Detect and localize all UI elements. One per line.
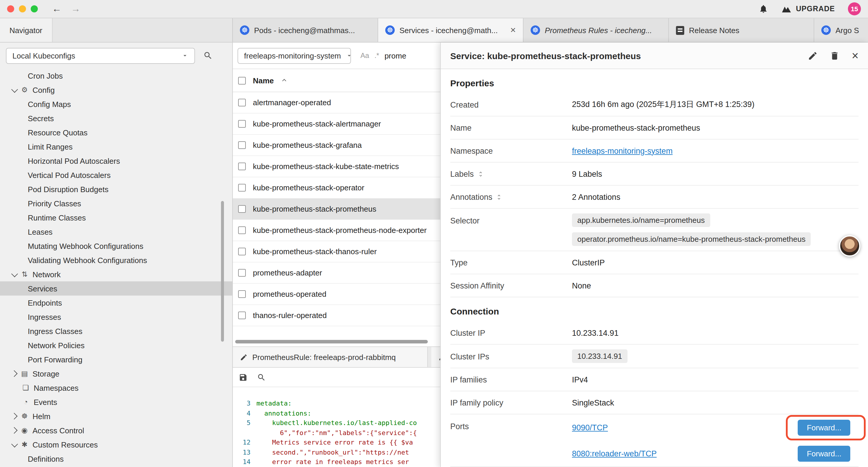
sidebar-item-helm[interactable]: ☸Helm <box>0 409 232 423</box>
list-search-field[interactable]: Aa .* prome <box>361 51 406 60</box>
sidebar-item-port-forwarding[interactable]: Port Forwarding <box>0 352 232 367</box>
service-row-prometheus-operated[interactable]: prometheus-operated <box>233 284 440 305</box>
sidebar-item-access-control[interactable]: ◉Access Control <box>0 423 232 437</box>
delete-icon[interactable] <box>830 51 840 61</box>
navigator-tab[interactable]: Navigator <box>0 18 52 42</box>
sidebar-item-config[interactable]: ⚙Config <box>0 83 232 97</box>
close-window-icon[interactable] <box>7 5 14 12</box>
sidebar-item-secrets[interactable]: Secrets <box>0 111 232 125</box>
sort-ascending-icon[interactable] <box>281 77 288 84</box>
sidebar-item-ingress-classes[interactable]: Ingress Classes <box>0 324 232 338</box>
drawer-body: PropertiesCreated253d 16h 6m ago (2025年1… <box>441 69 868 467</box>
select-all-checkbox[interactable] <box>238 77 246 84</box>
row-checkbox[interactable] <box>238 120 246 128</box>
sidebar-item-mutating-webhook-configurations[interactable]: Mutating Webhook Configurations <box>0 239 232 253</box>
service-row-kube-prometheus-stack-kube-state-metrics[interactable]: kube-prometheus-stack-kube-state-metrics <box>233 156 440 177</box>
property-row-name: Namekube-prometheus-stack-prometheus <box>450 116 859 140</box>
service-row-kube-prometheus-stack-grafana[interactable]: kube-prometheus-stack-grafana <box>233 135 440 156</box>
sidebar-item-events[interactable]: ◔Events <box>0 395 232 409</box>
row-checkbox[interactable] <box>238 99 246 107</box>
service-row-kube-prometheus-stack-alertmanager[interactable]: kube-prometheus-stack-alertmanager <box>233 114 440 135</box>
kubeconfig-select[interactable]: Local Kubeconfigs <box>6 48 195 63</box>
sidebar-item-label: Limit Ranges <box>28 142 73 151</box>
row-checkbox[interactable] <box>238 290 246 298</box>
notification-count-badge[interactable]: 15 <box>848 2 861 16</box>
row-checkbox[interactable] <box>238 312 246 319</box>
upgrade-button[interactable]: UPGRADE <box>781 5 835 13</box>
sidebar-item-priority-classes[interactable]: Priority Classes <box>0 196 232 210</box>
service-row-thanos-ruler-operated[interactable]: thanos-ruler-operated <box>233 305 440 326</box>
name-column-header[interactable]: Name <box>253 76 274 85</box>
service-row-alertmanager-operated[interactable]: alertmanager-operated <box>233 92 440 114</box>
sidebar-item-limit-ranges[interactable]: Limit Ranges <box>0 140 232 154</box>
regex-toggle[interactable]: .* <box>374 52 379 60</box>
row-checkbox[interactable] <box>238 205 246 213</box>
service-row-prometheus-adapter[interactable]: prometheus-adapter <box>233 262 440 284</box>
row-checkbox[interactable] <box>238 248 246 255</box>
sidebar-item-network[interactable]: ⇅Network <box>0 267 232 282</box>
tab-release-notes[interactable]: Release Notes <box>669 18 814 42</box>
sidebar-item-leases[interactable]: Leases <box>0 225 232 239</box>
maximize-window-icon[interactable] <box>31 5 38 12</box>
sidebar-item-validating-webhook-configurations[interactable]: Validating Webhook Configurations <box>0 253 232 267</box>
sidebar-item-namespaces[interactable]: ❏Namespaces <box>0 381 232 395</box>
forward-icon[interactable]: → <box>71 4 80 13</box>
sort-toggle-icon[interactable] <box>496 194 502 200</box>
sidebar-item-runtime-classes[interactable]: Runtime Classes <box>0 210 232 225</box>
row-checkbox[interactable] <box>238 226 246 234</box>
sidebar-scrollbar[interactable] <box>221 201 224 342</box>
sidebar-item-ingresses[interactable]: Ingresses <box>0 310 232 324</box>
sidebar-item-services[interactable]: Services <box>0 282 232 296</box>
sidebar-item-config-maps[interactable]: Config Maps <box>0 97 232 111</box>
notifications-bell-icon[interactable] <box>759 4 768 13</box>
dock-tab-prometheusrule[interactable]: PrometheusRule: freeleaps-prod-rabbitmq <box>233 347 428 367</box>
service-row-kube-prometheus-stack-thanos-ruler[interactable]: kube-prometheus-stack-thanos-ruler <box>233 241 440 262</box>
sidebar-item-resource-quotas[interactable]: Resource Quotas <box>0 125 232 140</box>
dock-tab-next-partial[interactable] <box>431 347 440 367</box>
property-value: 9090/TCPForward...8080:reloader-web/TCPF… <box>572 414 859 466</box>
scrollbar-thumb[interactable] <box>235 340 428 344</box>
close-tab-icon[interactable]: × <box>510 25 516 35</box>
sidebar-item-definitions[interactable]: Definitions <box>0 451 232 466</box>
forward-button[interactable]: Forward... <box>798 419 850 435</box>
service-row-kube-prometheus-stack-prometheus-node-exporter[interactable]: kube-prometheus-stack-prometheus-node-ex… <box>233 220 440 241</box>
sidebar-item-label: Definitions <box>28 454 64 463</box>
forward-button[interactable]: Forward... <box>798 445 850 461</box>
close-drawer-icon[interactable]: × <box>852 50 859 61</box>
row-checkbox[interactable] <box>238 141 246 149</box>
tab-prometheus-rules-icecheng[interactable]: ☸Prometheus Rules - icecheng... <box>524 18 669 42</box>
sidebar-item-pod-disruption-budgets[interactable]: Pod Disruption Budgets <box>0 182 232 196</box>
tab-pods-icecheng-mathmas[interactable]: ☸Pods - icecheng@mathmas... <box>233 18 378 42</box>
port-link[interactable]: 9090/TCP <box>572 423 608 432</box>
tab-argo-s[interactable]: ☸Argo S <box>814 18 868 42</box>
property-value-text: 10.233.14.91 <box>572 328 619 337</box>
service-row-kube-prometheus-stack-prometheus[interactable]: kube-prometheus-stack-prometheus <box>233 199 440 220</box>
floating-avatar[interactable] <box>839 235 860 257</box>
minimize-window-icon[interactable] <box>19 5 26 12</box>
tab-services-icecheng-math[interactable]: ☸Services - icecheng@math...× <box>378 18 524 42</box>
yaml-editor[interactable]: 3metadata:4 annotations:5 kubectl.kubern… <box>233 387 440 467</box>
match-case-toggle[interactable]: Aa <box>361 52 369 60</box>
sidebar-item-vertical-pod-autoscalers[interactable]: Vertical Pod Autoscalers <box>0 168 232 182</box>
property-label-text: Type <box>450 258 468 267</box>
sidebar-item-horizontal-pod-autoscalers[interactable]: Horizontal Pod Autoscalers <box>0 154 232 168</box>
row-checkbox[interactable] <box>238 184 246 192</box>
horizontal-scrollbar[interactable] <box>233 339 440 344</box>
sort-toggle-icon[interactable] <box>477 171 484 177</box>
editor-search-icon[interactable] <box>257 373 266 382</box>
sidebar-item-cron-jobs[interactable]: Cron Jobs <box>0 68 232 83</box>
sidebar-search-icon[interactable] <box>203 51 213 60</box>
property-value-link[interactable]: freeleaps-monitoring-system <box>572 146 673 155</box>
back-icon[interactable]: ← <box>52 4 61 13</box>
row-checkbox[interactable] <box>238 269 246 276</box>
save-icon[interactable] <box>239 373 248 382</box>
row-checkbox[interactable] <box>238 163 246 170</box>
namespace-select[interactable]: freeleaps-monitoring-system <box>238 48 351 63</box>
sidebar-item-endpoints[interactable]: Endpoints <box>0 296 232 310</box>
service-row-kube-prometheus-stack-operator[interactable]: kube-prometheus-stack-operator <box>233 177 440 199</box>
sidebar-item-storage[interactable]: ▤Storage <box>0 367 232 381</box>
edit-icon[interactable] <box>808 51 818 61</box>
sidebar-item-network-policies[interactable]: Network Policies <box>0 338 232 352</box>
port-link[interactable]: 8080:reloader-web/TCP <box>572 449 657 458</box>
sidebar-item-custom-resources[interactable]: ✱Custom Resources <box>0 437 232 451</box>
